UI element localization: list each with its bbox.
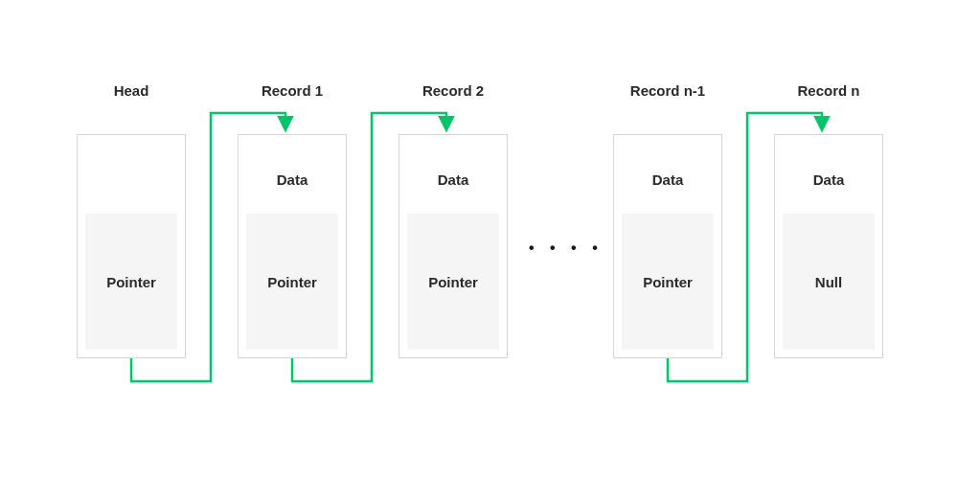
ellipsis: • • • • • xyxy=(529,240,625,257)
node-rn-data-label: Data xyxy=(775,171,882,188)
node-rn: Data Null xyxy=(774,134,883,358)
title-head: Head xyxy=(64,82,198,99)
node-rn1: Data Pointer xyxy=(613,134,722,358)
title-rn: Record n xyxy=(762,82,896,99)
node-rn-null-box: Null xyxy=(783,214,875,350)
node-head-pointer-box: Pointer xyxy=(85,214,177,350)
title-r1: Record 1 xyxy=(225,82,359,99)
node-rn1-data-label: Data xyxy=(614,171,721,188)
node-r1-inner-label: Pointer xyxy=(267,274,317,290)
node-r1-pointer-box: Pointer xyxy=(246,214,338,350)
node-r2-data-label: Data xyxy=(399,171,507,188)
node-rn1-pointer-box: Pointer xyxy=(622,214,714,350)
node-head-inner-label: Pointer xyxy=(106,274,156,290)
node-head: Pointer xyxy=(77,134,186,358)
node-r2-pointer-box: Pointer xyxy=(407,214,499,350)
node-r2: Data Pointer xyxy=(399,134,508,358)
node-rn1-inner-label: Pointer xyxy=(643,274,693,290)
linked-list-diagram: Head Record 1 Record 2 Record n-1 Record… xyxy=(0,0,980,479)
node-r1-data-label: Data xyxy=(239,171,346,188)
node-r1: Data Pointer xyxy=(238,134,347,358)
node-r2-inner-label: Pointer xyxy=(428,274,478,290)
node-rn-inner-label: Null xyxy=(815,274,842,290)
title-r2: Record 2 xyxy=(386,82,520,99)
title-rn1: Record n-1 xyxy=(601,82,735,99)
